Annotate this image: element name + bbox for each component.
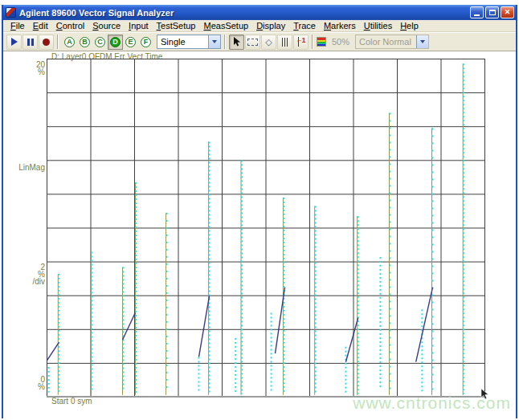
zoom-percent-label: 50% [327, 37, 354, 47]
plot-canvas[interactable] [47, 59, 485, 398]
diamond-marker-button[interactable]: ◇ [261, 35, 276, 50]
chevron-down-icon [208, 35, 220, 48]
band-lines-icon [282, 38, 288, 47]
record-button[interactable] [39, 35, 54, 50]
menu-item-input[interactable]: Input [125, 21, 152, 31]
color-palette-icon [317, 37, 326, 47]
measurement-f-button[interactable]: F [138, 35, 153, 50]
close-icon: ✕ [505, 8, 511, 16]
diamond-marker-icon: ◇ [265, 38, 272, 47]
color-mode-combo[interactable]: Color Normal [355, 35, 429, 49]
menu-item-trace[interactable]: Trace [289, 21, 320, 31]
play-button[interactable] [6, 35, 22, 50]
color-mode-value: Color Normal [356, 35, 416, 48]
measurement-a-button[interactable]: A [62, 35, 77, 50]
menu-item-edit[interactable]: Edit [29, 21, 52, 31]
maximize-button[interactable] [485, 6, 499, 18]
toolbar-separator [224, 35, 226, 49]
band-lines-button[interactable] [277, 35, 292, 50]
display-area: D: Layer0 OFDM Err Vect Time 20% LinMag … [3, 51, 516, 418]
app-window: Agilent 89600 Vector Signal Analyzer ✕ F… [2, 5, 517, 418]
offset-marker-button[interactable]: ⌐1 [293, 35, 309, 50]
title-bar[interactable]: Agilent 89600 Vector Signal Analyzer ✕ [3, 5, 516, 20]
x-axis-start-label: Start 0 sym [51, 397, 92, 406]
menu-item-testsetup[interactable]: TestSetup [153, 21, 200, 31]
play-icon [11, 38, 18, 46]
measurement-e-button[interactable]: E [123, 35, 138, 50]
y-axis-bottom-label: 0% [18, 376, 45, 390]
y-axis-scale-label: 2%/div [18, 263, 45, 285]
measurement-b-button[interactable]: B [77, 35, 92, 50]
menu-item-control[interactable]: Control [52, 21, 88, 31]
select-arrow-button[interactable] [229, 35, 244, 50]
offset-marker-icon: ⌐1 [296, 37, 306, 47]
close-button[interactable]: ✕ [501, 6, 514, 18]
menu-item-utilities[interactable]: Utilities [360, 21, 396, 31]
menu-item-help[interactable]: Help [396, 21, 423, 31]
measurement-buttons: ABCDEF [62, 35, 153, 50]
menu-item-markers[interactable]: Markers [320, 21, 360, 31]
minimize-icon [474, 14, 480, 16]
toolbar-separator [57, 35, 59, 49]
minimize-button[interactable] [470, 6, 484, 18]
sweep-mode-combo[interactable]: Single [157, 35, 221, 49]
app-icon [6, 7, 16, 18]
mouse-cursor-icon [480, 389, 489, 400]
sweep-mode-value: Single [157, 35, 208, 48]
menu-item-source[interactable]: Source [88, 21, 125, 31]
toolbar-separator [312, 35, 313, 49]
select-arrow-icon [233, 37, 241, 47]
menu-item-meassetup[interactable]: MeasSetup [199, 21, 252, 31]
toolbar: ABCDEF Single ◇ ⌐1 50% Color Normal [3, 32, 516, 51]
measurement-d-button[interactable]: D [108, 35, 123, 50]
menu-bar: FileEditControlSourceInputTestSetupMeasS… [3, 20, 516, 32]
menu-item-display[interactable]: Display [252, 21, 289, 31]
menu-item-file[interactable]: File [6, 21, 29, 31]
measurement-c-button[interactable]: C [92, 35, 108, 50]
window-title: Agilent 89600 Vector Signal Analyzer [19, 8, 468, 18]
zoom-box-icon [247, 39, 258, 46]
y-axis-format-label: LinMag [18, 164, 45, 171]
zoom-box-button[interactable] [245, 35, 260, 50]
pause-icon [27, 39, 34, 46]
maximize-icon [489, 10, 496, 15]
chevron-down-icon [416, 35, 428, 48]
record-icon [43, 39, 50, 46]
y-axis-top-label: 20% [18, 61, 45, 75]
pause-button[interactable] [22, 35, 38, 50]
